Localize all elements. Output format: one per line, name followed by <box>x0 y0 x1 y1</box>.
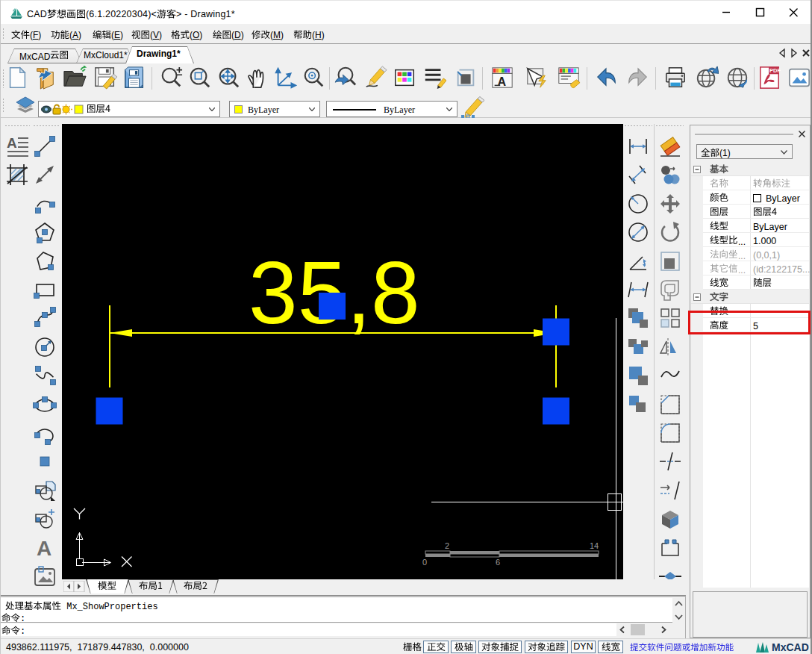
svg-text:PDF: PDF <box>769 67 781 74</box>
svg-text:A: A <box>497 75 506 88</box>
svg-text:0: 0 <box>422 558 427 567</box>
svg-text:14: 14 <box>590 541 599 550</box>
svg-text:A: A <box>37 537 51 560</box>
svg-text:2: 2 <box>445 541 449 550</box>
svg-text:6: 6 <box>496 558 500 567</box>
svg-text:A: A <box>7 136 17 151</box>
